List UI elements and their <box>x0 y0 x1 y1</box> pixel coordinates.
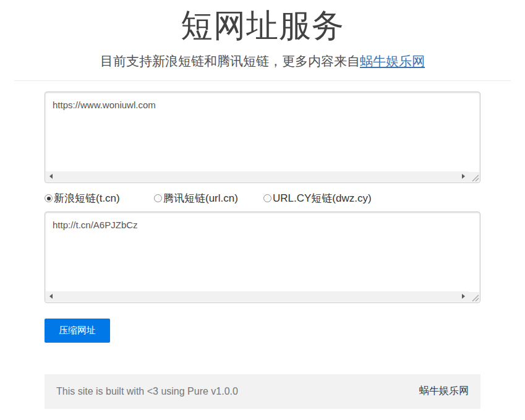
header-divider <box>14 80 511 81</box>
page-header: 短网址服务 目前支持新浪短链和腾讯短链，更多内容来自蜗牛娱乐网 <box>0 7 525 70</box>
resize-grip-icon[interactable] <box>469 172 479 182</box>
shortener-options: 新浪短链(t.cn) 腾讯短链(url.cn) URL.CY短链(dwz.cy) <box>45 191 480 206</box>
resize-grip-icon[interactable] <box>469 292 479 302</box>
scroll-left-arrow-icon[interactable] <box>49 294 53 299</box>
long-url-input[interactable]: https://www.woniuwl.com <box>45 92 480 171</box>
page-footer: This site is built with <3 using Pure v1… <box>45 374 480 409</box>
main-content: https://www.woniuwl.com 新浪短链(t.cn) 腾讯短链(… <box>45 92 480 409</box>
compress-url-button[interactable]: 压缩网址 <box>45 319 110 343</box>
footer-site-link[interactable]: 蜗牛娱乐网 <box>419 385 469 398</box>
radio-label: 腾讯短链(url.cn) <box>163 191 238 205</box>
radio-label: URL.CY短链(dwz.cy) <box>273 191 372 205</box>
subtitle-text: 目前支持新浪短链和腾讯短链，更多内容来自 <box>100 54 360 68</box>
radio-sina-tcn[interactable]: 新浪短链(t.cn) <box>45 191 154 205</box>
radio-tencent-urlcn[interactable]: 腾讯短链(url.cn) <box>154 191 263 205</box>
short-url-field: http://t.cn/A6PJZbCz <box>45 212 480 303</box>
page-title: 短网址服务 <box>0 7 525 45</box>
radio-label: 新浪短链(t.cn) <box>54 191 120 205</box>
radio-button-icon <box>45 194 53 202</box>
subtitle-site-link[interactable]: 蜗牛娱乐网 <box>360 54 425 68</box>
horizontal-scrollbar[interactable] <box>46 171 469 182</box>
radio-urlcy-dwzcy[interactable]: URL.CY短链(dwz.cy) <box>263 191 373 205</box>
horizontal-scrollbar[interactable] <box>46 291 469 302</box>
scroll-right-arrow-icon[interactable] <box>462 174 465 179</box>
short-url-output[interactable]: http://t.cn/A6PJZbCz <box>45 212 480 291</box>
radio-button-icon <box>154 194 162 202</box>
scroll-left-arrow-icon[interactable] <box>49 174 53 179</box>
footer-credit-text: This site is built with <3 using Pure v1… <box>56 386 238 397</box>
submit-row: 压缩网址 <box>45 319 480 343</box>
scroll-right-arrow-icon[interactable] <box>462 294 465 299</box>
radio-button-icon <box>263 194 271 202</box>
page-subtitle: 目前支持新浪短链和腾讯短链，更多内容来自蜗牛娱乐网 <box>0 53 525 70</box>
long-url-field: https://www.woniuwl.com <box>45 92 480 183</box>
